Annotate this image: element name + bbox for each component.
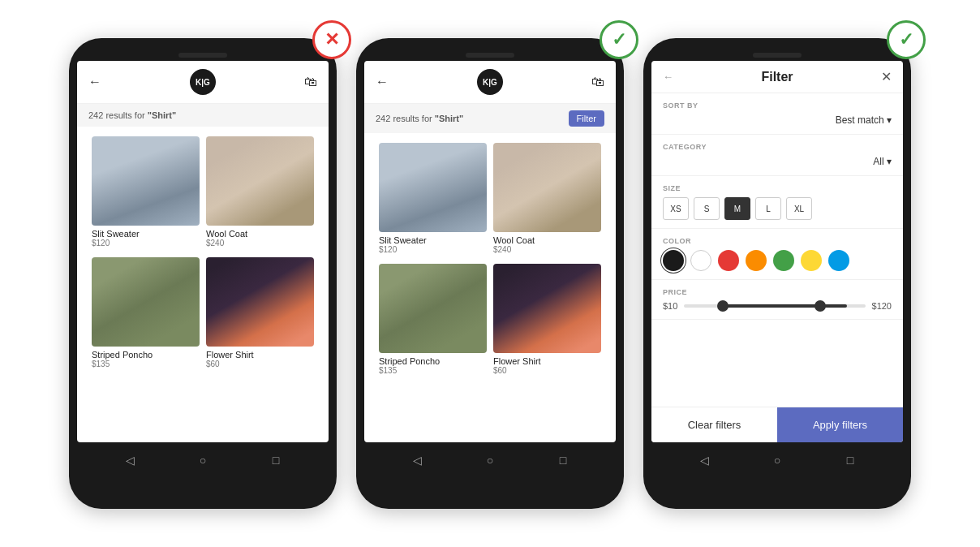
product-item: Slit Sweater $120 [376,140,490,261]
product-image [493,264,601,353]
product-grid-bad: Slit Sweater $120 Wool Coat $240 Striped… [77,127,329,375]
product-price: $135 [379,366,487,375]
product-price: $120 [92,239,200,248]
color-yellow[interactable] [801,250,822,271]
product-item: Striped Poncho $135 [88,254,203,375]
filter-button[interactable]: Filter [569,110,604,127]
color-row [663,250,892,271]
app-header-good1: ← K|G 🛍 [364,61,616,104]
nav-recents-icon[interactable]: □ [842,452,858,468]
nav-home-icon[interactable]: ○ [195,452,211,468]
back-icon[interactable]: ← [88,75,101,89]
size-l[interactable]: L [755,197,781,220]
app-header-bad: ← K|G 🛍 [77,61,329,104]
cart-icon[interactable]: 🛍 [591,75,604,89]
product-image [493,143,601,232]
size-label: SIZE [663,184,892,192]
category-section: CATEGORY All ▾ [651,135,903,176]
color-green[interactable] [773,250,794,271]
nav-home-icon[interactable]: ○ [769,452,785,468]
price-max: $120 [872,301,892,311]
slider-thumb-right[interactable] [815,300,826,312]
badge-bad: ✕ [312,20,351,59]
badge-good2: ✓ [887,20,926,59]
product-image [92,257,200,347]
search-result-text-bad: 242 results for "Shirt" [88,110,176,120]
color-section: COLOR [651,229,903,280]
sort-by-value[interactable]: Best match ▾ [836,114,892,126]
nav-recents-icon[interactable]: □ [268,452,284,468]
search-bar-bad: 242 results for "Shirt" [77,104,329,127]
search-bar-good1: 242 results for "Shirt" Filter [364,104,616,133]
earpiece [178,53,227,58]
size-section: SIZE XS S M L XL [651,176,903,229]
product-item: Striped Poncho $135 [376,261,490,381]
filter-panel: ← Filter ✕ SORT BY Best match ▾ CATEGORY… [651,61,903,442]
product-item: Flower Shirt $60 [203,254,317,375]
nav-back-icon[interactable]: ◁ [696,452,712,468]
product-image [206,136,314,226]
phone-good2: ✓ ← Filter ✕ SORT BY Best match ▾ [643,38,911,509]
product-name: Slit Sweater [379,235,487,245]
product-item: Wool Coat $240 [203,133,317,254]
size-xl[interactable]: XL [786,197,812,220]
filter-close-icon[interactable]: ✕ [881,69,892,84]
price-min: $10 [663,301,677,311]
sort-by-row: Best match ▾ [663,114,892,126]
product-name: Striped Poncho [379,356,487,366]
screen-bad: ← K|G 🛍 242 results for "Shirt" Slit Swe… [77,61,329,442]
phone-shell-good2: ✓ ← Filter ✕ SORT BY Best match ▾ [643,38,911,509]
apply-filters-button[interactable]: Apply filters [777,407,903,442]
back-icon[interactable]: ← [376,75,389,89]
cart-icon[interactable]: 🛍 [304,75,317,89]
category-value[interactable]: All ▾ [873,156,892,167]
filter-back-icon[interactable]: ← [663,71,673,83]
earpiece [466,53,514,58]
category-label: CATEGORY [663,143,892,151]
product-name: Striped Poncho [92,350,200,360]
nav-back-icon[interactable]: ◁ [122,452,138,468]
color-black[interactable] [663,250,684,271]
color-red[interactable] [718,250,739,271]
size-xs[interactable]: XS [663,197,689,220]
nav-back-icon[interactable]: ◁ [409,452,425,468]
product-image [206,257,314,347]
phone-top-good2 [651,48,903,61]
size-s[interactable]: S [694,197,720,220]
logo-good1: K|G [477,69,503,95]
screen-good2: ← Filter ✕ SORT BY Best match ▾ CATEGORY… [651,61,903,442]
category-row: All ▾ [663,156,892,167]
price-slider-fill [720,304,847,308]
product-price: $135 [92,360,200,368]
product-item: Flower Shirt $60 [490,261,604,381]
clear-filters-button[interactable]: Clear filters [651,407,777,442]
price-label: PRICE [663,288,892,296]
price-slider[interactable] [684,304,865,308]
bottom-nav-good1: ◁ ○ □ [364,442,616,472]
product-image [379,264,487,353]
product-name: Slit Sweater [92,229,200,239]
product-name: Flower Shirt [206,350,314,360]
slider-thumb-left[interactable] [717,300,729,312]
product-name: Wool Coat [493,235,601,245]
product-price: $60 [206,360,314,368]
filter-footer: Clear filters Apply filters [651,407,903,442]
color-white[interactable] [690,250,711,271]
nav-recents-icon[interactable]: □ [555,452,571,468]
size-row: XS S M L XL [663,197,892,220]
product-price: $120 [379,245,487,254]
bottom-nav-good2: ◁ ○ □ [651,442,903,472]
nav-home-icon[interactable]: ○ [482,452,498,468]
phone-shell-good1: ✓ ← K|G 🛍 242 results for "Shirt" Filter [356,38,624,509]
phone-top-bad [77,48,329,61]
search-result-text-good1: 242 results for "Shirt" [376,114,463,123]
size-m[interactable]: M [724,197,750,220]
bottom-nav-bad: ◁ ○ □ [77,442,329,472]
filter-title: Filter [761,70,793,84]
product-price: $240 [493,245,601,254]
price-section: PRICE $10 $120 [651,280,903,320]
product-image [379,143,487,232]
color-orange[interactable] [746,250,767,271]
product-price: $60 [493,366,601,375]
color-blue[interactable] [828,250,849,271]
